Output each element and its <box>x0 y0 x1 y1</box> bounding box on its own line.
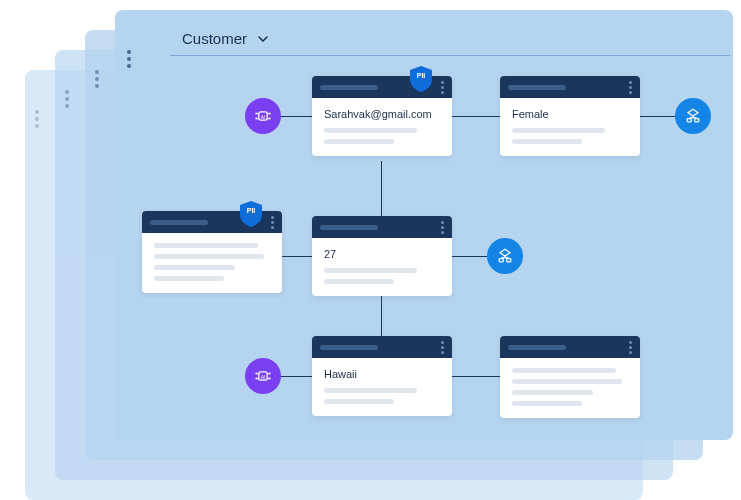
panel-header: Customer <box>170 22 730 56</box>
card-age-label: 27 <box>324 248 440 260</box>
svg-rect-11 <box>695 119 699 122</box>
svg-point-24 <box>255 373 257 375</box>
placeholder-line <box>512 390 593 395</box>
placeholder-line <box>512 379 622 384</box>
card-title-placeholder <box>320 225 378 230</box>
diagram-canvas: AI PII Sarahvak@gmail.com <box>115 56 733 440</box>
svg-rect-10 <box>687 119 691 122</box>
placeholder-line <box>324 128 417 133</box>
placeholder-line <box>324 388 417 393</box>
svg-point-2 <box>255 113 257 115</box>
ai-icon[interactable]: AI <box>245 358 281 394</box>
card-location-label: Hawaii <box>324 368 440 380</box>
svg-rect-16 <box>499 259 503 262</box>
ai-icon[interactable]: AI <box>245 98 281 134</box>
placeholder-line <box>512 368 616 373</box>
card-location[interactable]: Hawaii <box>312 336 452 416</box>
placeholder-line <box>154 254 264 259</box>
card-gender[interactable]: Female <box>500 76 640 156</box>
svg-point-3 <box>255 118 257 120</box>
connector <box>381 296 382 336</box>
placeholder-line <box>324 399 394 404</box>
placeholder-line <box>324 139 394 144</box>
svg-text:AI: AI <box>261 114 266 120</box>
card-menu-icon[interactable] <box>271 216 274 229</box>
card-email[interactable]: PII Sarahvak@gmail.com <box>312 76 452 156</box>
pii-badge: PII <box>240 201 262 227</box>
placeholder-line <box>154 265 235 270</box>
card-menu-icon[interactable] <box>441 81 444 94</box>
svg-point-26 <box>269 373 271 375</box>
svg-point-5 <box>269 118 271 120</box>
connector <box>452 376 500 377</box>
svg-rect-17 <box>507 259 511 262</box>
card-menu-icon[interactable] <box>629 81 632 94</box>
placeholder-line <box>512 128 605 133</box>
chevron-down-icon[interactable] <box>257 33 269 45</box>
card-title-placeholder <box>508 85 566 90</box>
card-menu-icon[interactable] <box>441 341 444 354</box>
card-title-placeholder <box>150 220 208 225</box>
card-title-placeholder <box>320 85 378 90</box>
connector <box>381 161 382 231</box>
placeholder-line <box>512 401 582 406</box>
card-gender-label: Female <box>512 108 628 120</box>
connector <box>452 116 500 117</box>
svg-text:AI: AI <box>261 374 266 380</box>
card-generic[interactable] <box>500 336 640 418</box>
svg-point-25 <box>255 378 257 380</box>
card-age[interactable]: 27 <box>312 216 452 296</box>
panel-title: Customer <box>182 30 247 47</box>
connector <box>282 256 312 257</box>
placeholder-line <box>154 243 258 248</box>
svg-point-4 <box>269 113 271 115</box>
card-title-placeholder <box>320 345 378 350</box>
placeholder-line <box>324 268 417 273</box>
card-menu-icon[interactable] <box>441 221 444 234</box>
card-pii-generic[interactable]: PII <box>142 211 282 293</box>
placeholder-line <box>512 139 582 144</box>
card-email-label: Sarahvak@gmail.com <box>324 108 440 120</box>
svg-point-27 <box>269 378 271 380</box>
hierarchy-icon[interactable] <box>487 238 523 274</box>
hierarchy-icon[interactable] <box>675 98 711 134</box>
card-menu-icon[interactable] <box>629 341 632 354</box>
card-title-placeholder <box>508 345 566 350</box>
main-panel: Customer AI <box>115 10 733 440</box>
pii-badge: PII <box>410 66 432 92</box>
placeholder-line <box>324 279 394 284</box>
placeholder-line <box>154 276 224 281</box>
